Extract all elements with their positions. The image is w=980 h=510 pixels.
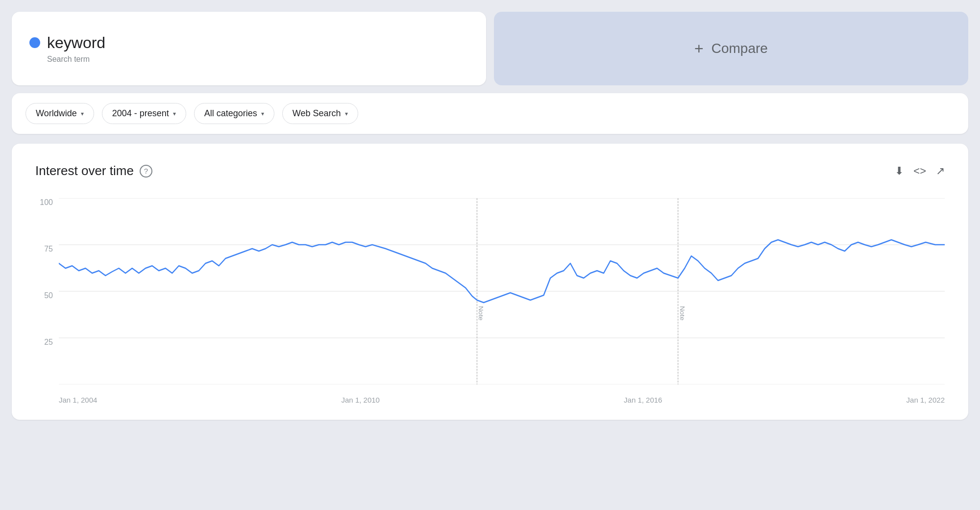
chart-title-group: Interest over time ?	[35, 163, 152, 178]
y-label-50: 50	[44, 291, 53, 300]
y-label-75: 75	[44, 245, 53, 254]
x-label-2010: Jan 1, 2010	[342, 396, 380, 404]
search-type-label: Web Search	[293, 108, 341, 119]
x-axis-labels: Jan 1, 2004 Jan 1, 2010 Jan 1, 2016 Jan …	[59, 396, 945, 404]
search-type-filter[interactable]: Web Search ▾	[282, 103, 358, 124]
svg-text:Note: Note	[679, 306, 686, 321]
x-label-2004: Jan 1, 2004	[59, 396, 97, 404]
y-axis-labels: 100 75 50 25	[35, 198, 59, 384]
keyword-title: keyword	[47, 34, 105, 52]
embed-code-icon[interactable]: <>	[913, 165, 926, 178]
chart-header: Interest over time ? ⬇ <> ↗	[35, 163, 945, 178]
location-filter[interactable]: Worldwide ▾	[25, 103, 94, 124]
search-type-chevron-icon: ▾	[345, 110, 348, 117]
filters-row: Worldwide ▾ 2004 - present ▾ All categor…	[12, 93, 968, 134]
svg-text:Note: Note	[477, 306, 485, 321]
compare-card[interactable]: + Compare	[494, 12, 968, 85]
x-label-2022: Jan 1, 2022	[906, 396, 945, 404]
chart-svg: Note Note	[59, 198, 945, 384]
keyword-header: keyword	[29, 34, 468, 52]
y-label-25: 25	[44, 338, 53, 347]
category-filter[interactable]: All categories ▾	[194, 103, 274, 124]
location-label: Worldwide	[36, 108, 77, 119]
download-icon[interactable]: ⬇	[895, 165, 904, 178]
keyword-dot-icon	[29, 37, 40, 48]
location-chevron-icon: ▾	[81, 110, 84, 117]
compare-plus-icon: +	[694, 41, 704, 56]
chart-title: Interest over time	[35, 163, 134, 178]
keyword-card: keyword Search term	[12, 12, 486, 85]
chart-card: Interest over time ? ⬇ <> ↗ 100 75 50 25	[12, 144, 968, 420]
chart-area: 100 75 50 25 Note Note	[35, 198, 945, 404]
time-range-label: 2004 - present	[112, 108, 169, 119]
time-range-chevron-icon: ▾	[173, 110, 176, 117]
category-chevron-icon: ▾	[261, 110, 264, 117]
share-icon[interactable]: ↗	[936, 165, 945, 178]
y-label-100: 100	[40, 198, 53, 207]
compare-label: Compare	[711, 41, 768, 56]
category-label: All categories	[204, 108, 257, 119]
help-icon[interactable]: ?	[140, 165, 152, 178]
chart-inner: Note Note	[59, 198, 945, 384]
chart-actions: ⬇ <> ↗	[895, 165, 945, 178]
keyword-subtitle: Search term	[47, 55, 468, 64]
time-range-filter[interactable]: 2004 - present ▾	[102, 103, 186, 124]
x-label-2016: Jan 1, 2016	[624, 396, 662, 404]
